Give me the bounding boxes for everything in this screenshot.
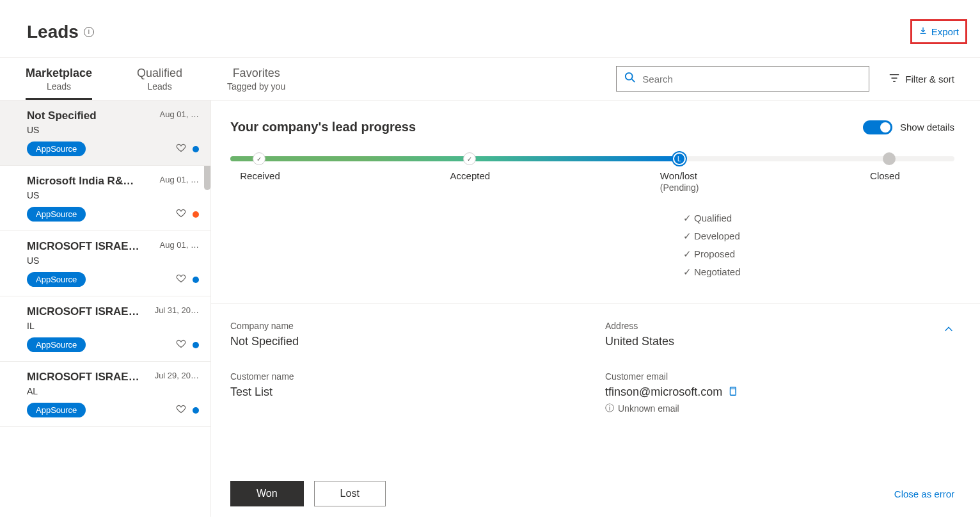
lead-detail-pane: Your company's lead progress Show detail… xyxy=(211,101,980,517)
close-as-error-link[interactable]: Close as error xyxy=(894,489,954,499)
tab-bar: MarketplaceLeadsQualifiedLeadsFavoritesT… xyxy=(0,58,980,101)
status-dot xyxy=(193,277,199,283)
email-note: ⓘ Unknown email xyxy=(605,403,954,414)
tab-title: Marketplace xyxy=(26,67,92,80)
tab-marketplace[interactable]: MarketplaceLeads xyxy=(26,58,92,100)
progress-node-received: ✓ xyxy=(253,152,265,165)
tab-subtitle: Tagged by you xyxy=(227,81,285,92)
progress-node-wonlost: L xyxy=(673,152,686,165)
sub-stage-item: Qualified xyxy=(683,213,954,224)
lead-list: Not Specified Aug 01, … US AppSource Mic… xyxy=(0,101,211,517)
search-icon xyxy=(624,72,636,86)
progress-bar: ✓✓L xyxy=(230,154,954,164)
lead-item[interactable]: Microsoft India R&… Aug 01, … US AppSour… xyxy=(0,166,210,231)
lead-title: Microsoft India R&… xyxy=(27,175,134,188)
progress-title: Your company's lead progress xyxy=(230,120,416,134)
lead-date: Aug 01, … xyxy=(160,109,199,119)
progress-node-closed xyxy=(883,152,896,165)
download-icon xyxy=(919,26,928,37)
heart-icon[interactable] xyxy=(176,404,186,417)
status-dot xyxy=(193,342,199,348)
won-button[interactable]: Won xyxy=(230,481,304,506)
lead-date: Aug 01, … xyxy=(160,175,199,184)
search-box[interactable] xyxy=(616,66,869,92)
sub-stage-item: Negotiated xyxy=(683,266,954,278)
lost-button[interactable]: Lost xyxy=(314,481,386,506)
customer-name-label: Customer name xyxy=(230,371,580,382)
lead-title: MICROSOFT ISRAE… xyxy=(27,305,139,318)
status-dot xyxy=(193,211,199,218)
svg-point-0 xyxy=(626,73,633,80)
source-badge: AppSource xyxy=(27,337,86,352)
toggle-label: Show details xyxy=(900,122,954,133)
lead-location: US xyxy=(27,125,199,135)
lead-location: AL xyxy=(27,386,199,396)
company-name-value: Not Specified xyxy=(230,335,580,348)
progress-stage-label: Received xyxy=(240,170,280,181)
page-header: Leads i Export xyxy=(0,0,980,58)
tab-subtitle: Leads xyxy=(26,81,92,92)
lead-item[interactable]: MICROSOFT ISRAE… Aug 01, … US AppSource xyxy=(0,231,210,296)
export-button[interactable]: Export xyxy=(910,19,967,44)
tab-title: Qualified xyxy=(137,67,182,80)
collapse-icon[interactable] xyxy=(943,323,954,337)
lead-item[interactable]: Not Specified Aug 01, … US AppSource xyxy=(0,101,210,166)
lead-title: Not Specified xyxy=(27,109,97,122)
heart-icon[interactable] xyxy=(176,339,186,351)
copy-icon[interactable] xyxy=(727,386,738,399)
customer-name-value: Test List xyxy=(230,385,580,399)
search-input[interactable] xyxy=(642,74,861,85)
sub-stage-item: Developed xyxy=(683,230,954,242)
question-icon: ⓘ xyxy=(605,403,614,414)
company-name-label: Company name xyxy=(230,321,580,331)
page-title: Leads xyxy=(27,22,79,42)
lead-location: US xyxy=(27,255,199,266)
lead-title: MICROSOFT ISRAE… xyxy=(27,371,139,384)
tab-title: Favorites xyxy=(227,67,285,80)
lead-item[interactable]: MICROSOFT ISRAE… Jul 31, 20… IL AppSourc… xyxy=(0,296,210,362)
lead-date: Jul 29, 20… xyxy=(155,371,199,380)
progress-stage-label: Closed xyxy=(870,170,900,181)
sub-stage-item: Proposed xyxy=(683,248,954,260)
lead-date: Aug 01, … xyxy=(160,240,199,250)
progress-node-accepted: ✓ xyxy=(463,152,476,165)
filter-icon xyxy=(889,72,900,86)
source-badge: AppSource xyxy=(27,272,86,287)
source-badge: AppSource xyxy=(27,207,86,222)
customer-email-label: Customer email xyxy=(605,371,954,382)
address-label: Address xyxy=(605,321,954,331)
svg-rect-1 xyxy=(731,389,736,395)
status-dot xyxy=(193,146,199,152)
lead-location: IL xyxy=(27,321,199,331)
tab-favorites[interactable]: FavoritesTagged by you xyxy=(227,58,285,100)
status-dot xyxy=(193,407,199,414)
lead-title: MICROSOFT ISRAE… xyxy=(27,240,139,253)
heart-icon[interactable] xyxy=(176,273,186,286)
customer-email-value: tfinson@microsoft.com xyxy=(605,385,722,399)
source-badge: AppSource xyxy=(27,141,86,156)
heart-icon[interactable] xyxy=(176,143,186,156)
lead-date: Jul 31, 20… xyxy=(155,305,199,315)
heart-icon[interactable] xyxy=(176,208,186,221)
filter-sort-label: Filter & sort xyxy=(905,74,954,85)
tab-qualified[interactable]: QualifiedLeads xyxy=(137,58,182,100)
progress-stage-label: Accepted xyxy=(450,170,491,181)
export-label: Export xyxy=(931,26,959,37)
show-details-toggle[interactable] xyxy=(863,120,892,134)
info-icon[interactable]: i xyxy=(84,27,94,37)
lead-location: US xyxy=(27,190,199,200)
address-value: United States xyxy=(605,335,954,348)
filter-sort-button[interactable]: Filter & sort xyxy=(889,72,954,86)
source-badge: AppSource xyxy=(27,403,86,417)
progress-stage-label: Won/lost(Pending) xyxy=(660,170,699,193)
lead-item[interactable]: MICROSOFT ISRAE… Jul 29, 20… AL AppSourc… xyxy=(0,362,210,427)
tab-subtitle: Leads xyxy=(137,81,182,92)
